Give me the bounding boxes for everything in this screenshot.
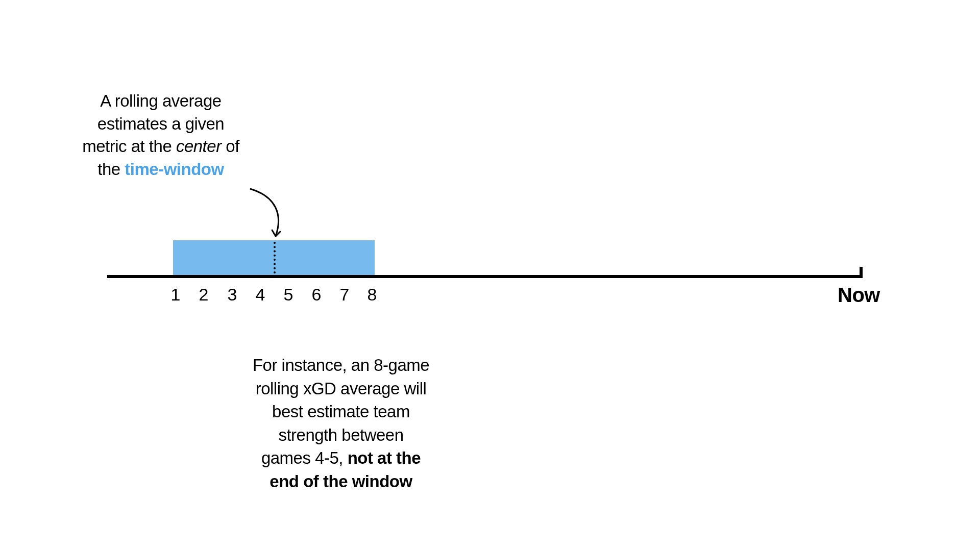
window-center-marker: [274, 242, 276, 273]
tick-1: 1: [171, 285, 181, 305]
top-caption-line4a: the: [97, 160, 125, 179]
bottom-caption-line3: best estimate team: [272, 402, 410, 421]
now-label: Now: [838, 284, 880, 307]
top-caption-line3c: of: [222, 137, 239, 156]
tick-2: 2: [199, 285, 209, 305]
bottom-caption: For instance, an 8-game rolling xGD aver…: [239, 354, 443, 493]
diagram-stage: 1 2 3 4 5 6 7 8 Now A rolling average es…: [0, 0, 980, 551]
bottom-caption-line6: end of the window: [270, 472, 412, 491]
bottom-caption-line4: strength between: [278, 425, 403, 444]
top-caption-line3a: metric at the: [82, 137, 176, 156]
annotation-arrow: [240, 186, 301, 242]
tick-6: 6: [312, 285, 322, 305]
top-caption-line2: estimates a given: [97, 114, 224, 133]
top-caption-line3b: center: [176, 137, 222, 156]
top-caption-line1: A rolling average: [100, 91, 221, 110]
tick-5: 5: [284, 285, 293, 305]
tick-4: 4: [256, 285, 265, 305]
tick-3: 3: [228, 285, 237, 305]
tick-7: 7: [340, 285, 350, 305]
timeline-end-tick: [860, 267, 863, 278]
timeline-axis: [107, 275, 863, 278]
bottom-caption-line5b: not at the: [348, 448, 421, 467]
bottom-caption-line2: rolling xGD average will: [256, 379, 427, 398]
tick-8: 8: [368, 285, 377, 305]
top-caption-line4b: time-window: [125, 160, 224, 179]
bottom-caption-line1: For instance, an 8-game: [253, 356, 429, 374]
top-caption: A rolling average estimates a given metr…: [66, 90, 255, 181]
bottom-caption-line5a: games 4-5,: [261, 448, 348, 467]
